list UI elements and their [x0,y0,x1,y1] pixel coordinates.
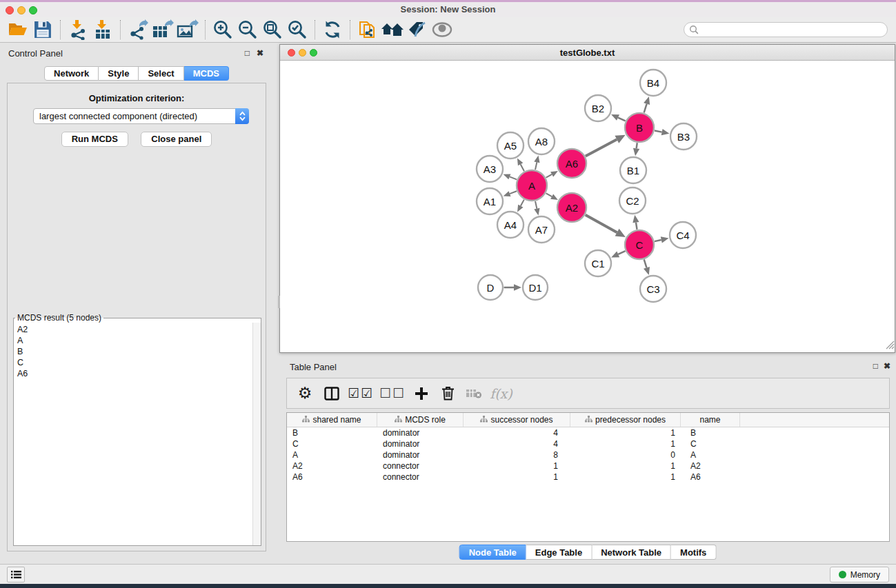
table-row[interactable]: Cdominator41C [287,438,889,449]
table-header-row: shared nameMCDS rolesuccessor nodesprede… [287,413,889,427]
export-table-icon[interactable] [150,18,175,41]
edge-C-C3 [644,259,647,267]
edge-C-C1 [618,251,625,254]
delete-column-icon[interactable] [437,381,458,406]
zoom-selected-icon[interactable] [285,18,310,41]
session-compare-icon[interactable] [355,18,380,41]
column-header-shared-name[interactable]: shared name [287,413,377,427]
tab-mcds[interactable]: MCDS [184,66,229,81]
table-panel-tabs: Node TableEdge TableNetwork TableMotifs [459,545,717,560]
edge-A-A1 [510,191,517,194]
toolbar-separator [205,20,206,39]
graph-node-label: C1 [591,258,604,270]
arrowhead-icon [661,129,670,135]
splitter-handle[interactable] [278,296,280,308]
graph-node-label: D1 [528,282,541,294]
tab-node-table[interactable]: Node Table [459,545,526,560]
mcds-result-item[interactable]: B [14,346,252,357]
task-history-button[interactable] [7,567,25,582]
tree-icon [585,415,593,425]
close-panel-icon[interactable]: ✖ [257,48,263,58]
tab-motifs[interactable]: Motifs [671,545,716,560]
open-folder-icon[interactable] [6,18,30,41]
search-input[interactable] [699,23,887,36]
column-header-name[interactable]: name [681,413,740,427]
hide-labels-icon[interactable] [405,18,430,41]
window-resize-grip[interactable] [884,339,895,352]
app-titlebar[interactable]: Session: New Session [0,2,896,17]
mcds-result-item[interactable]: A2 [14,324,252,335]
zoom-fit-icon[interactable] [260,18,285,41]
edge-A2-C [586,215,617,232]
graph-node-label: C4 [676,230,689,241]
dropdown-selected-value: largest connected component (directed) [34,111,235,121]
mcds-result-item[interactable]: A [14,335,252,346]
optimization-criterion-dropdown[interactable]: largest connected component (directed) [33,108,249,124]
mcds-result-item[interactable]: A6 [14,368,252,379]
refresh-icon[interactable] [320,18,345,41]
home-icon[interactable] [380,18,405,41]
table-row[interactable]: Bdominator41B [287,427,889,438]
edge-B-B1 [637,143,637,148]
graph-node-label: A7 [535,224,548,236]
table-panel: Table Panel □ ✖ ⚙ ☑☑ ☐☐ f(x) shared name… [279,358,896,562]
cell-mcds-role: connector [377,460,464,472]
table-settings-gear-icon[interactable]: ⚙ [295,381,316,406]
float-table-panel-icon[interactable]: □ [873,361,878,371]
tab-style[interactable]: Style [99,66,139,81]
table-row[interactable]: A6connector11A6 [287,472,889,483]
float-panel-icon[interactable]: □ [245,48,250,58]
close-panel-button[interactable]: Close panel [141,132,212,147]
graph-node-label: A1 [484,196,496,207]
graph-node-label: C2 [626,195,639,207]
cell-successor-nodes: 1 [464,460,570,472]
tab-network[interactable]: Network [44,66,99,81]
eye-icon[interactable] [430,18,455,41]
network-window-titlebar[interactable]: testGlobe.txt [280,45,895,61]
add-column-icon[interactable] [411,381,432,406]
show-columns-icon[interactable] [321,381,342,406]
export-image-icon[interactable] [175,18,200,41]
cell-successor-nodes: 4 [464,427,570,438]
import-network-icon[interactable] [66,18,90,41]
result-scrollbar[interactable] [252,323,261,545]
table-row[interactable]: Adominator80A [287,449,889,460]
edge-A-A3 [510,176,517,179]
close-table-panel-icon[interactable]: ✖ [884,361,890,371]
deselect-all-icon[interactable]: ☐☐ [379,381,406,406]
cell-mcds-role: dominator [377,449,464,460]
graph-node-label: B1 [627,165,639,176]
zoom-in-icon[interactable] [210,18,235,41]
cell-successor-nodes: 4 [464,438,570,449]
network-canvas[interactable]: B4B2BB3A8A5A6B1A3AC2A1A2A4A7C4CC1C3DD1 [281,61,894,352]
tab-network-table[interactable]: Network Table [592,545,671,560]
export-network-icon[interactable] [126,18,150,41]
search-field[interactable] [684,22,888,37]
column-header-mcds-role[interactable]: MCDS role [377,413,464,427]
select-all-icon[interactable]: ☑☑ [348,381,374,406]
mcds-result-item[interactable]: C [14,357,252,368]
cell-name: C [681,438,740,449]
network-window-title: testGlobe.txt [280,48,895,58]
import-table-icon[interactable] [90,18,115,41]
table-row[interactable]: A2connector11A2 [287,460,889,472]
column-header-successor-nodes[interactable]: successor nodes [464,413,570,427]
zoom-out-icon[interactable] [235,18,260,41]
column-header-predecessor-nodes[interactable]: predecessor nodes [570,413,681,427]
tab-select[interactable]: Select [139,66,183,81]
graph-node-label: A6 [566,158,578,170]
control-panel-title: Control Panel [8,48,63,59]
cell-successor-nodes: 8 [464,449,570,460]
main-toolbar [0,17,896,43]
cell-name: A2 [681,460,740,472]
arrowhead-icon [504,191,511,196]
run-mcds-button[interactable]: Run MCDS [61,132,128,147]
save-icon[interactable] [30,18,55,41]
dropdown-stepper-icon [235,108,249,124]
cell-mcds-role: dominator [377,438,464,449]
cell-predecessor-nodes: 0 [570,449,681,460]
memory-button[interactable]: Memory [830,567,889,582]
cell-shared-name: A [287,449,377,460]
delete-table-icon [464,381,484,406]
tab-edge-table[interactable]: Edge Table [526,545,592,560]
